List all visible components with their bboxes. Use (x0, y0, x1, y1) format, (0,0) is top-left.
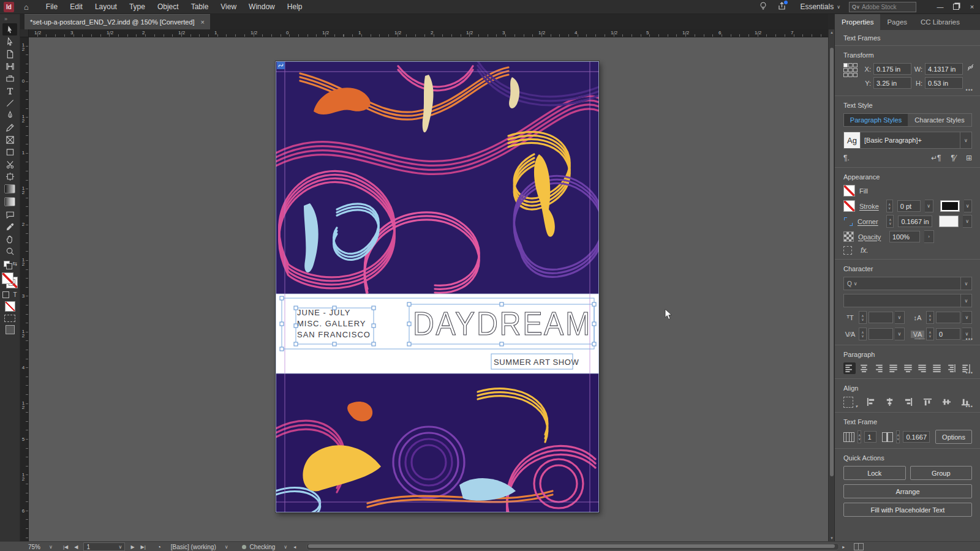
zoom-level-dropdown[interactable]: 75% ∨ (28, 544, 60, 550)
align-right-button[interactable] (873, 362, 885, 374)
chevron-down-icon[interactable]: ∨ (925, 200, 933, 212)
align-left-button[interactable] (843, 362, 856, 374)
paragraph-styles-tab[interactable]: Paragraph Styles (844, 114, 908, 126)
formatting-affects-text-icon[interactable]: T (13, 291, 17, 298)
menu-item[interactable]: Window (243, 2, 281, 11)
swap-fill-stroke-icon[interactable]: ⇆ (12, 261, 17, 267)
more-options-icon[interactable]: ••• (966, 370, 973, 376)
justify-center-button[interactable] (902, 362, 914, 374)
text-dates[interactable]: JUNE - JULY (297, 308, 350, 317)
font-size-field[interactable] (869, 312, 893, 323)
direct-selection-tool[interactable] (2, 36, 17, 48)
formatting-affects-container-icon[interactable] (2, 291, 9, 298)
clear-overrides-icon[interactable]: ¶⁄ (951, 154, 956, 162)
chevron-down-icon[interactable]: ∨ (960, 132, 971, 148)
text-city[interactable]: SAN FRANCISCO (297, 330, 371, 339)
paragraph-style-dropdown[interactable]: Ag [Basic Paragraph]+ ∨ (843, 132, 972, 149)
align-toward-spine-button[interactable] (945, 362, 957, 374)
align-objects-top-button[interactable] (921, 396, 934, 408)
menu-item[interactable]: Type (123, 2, 151, 11)
apply-none-swatch[interactable] (5, 301, 15, 312)
character-styles-tab[interactable]: Character Styles (908, 114, 971, 126)
text-gallery[interactable]: MISC. GALLERY (297, 319, 366, 328)
menu-item[interactable]: View (214, 2, 243, 11)
eyedropper-tool[interactable] (2, 220, 17, 233)
menu-item[interactable]: Edit (64, 2, 89, 11)
stroke-weight-stepper[interactable]: ∧∨ (886, 200, 893, 212)
opacity-field[interactable]: 100% (889, 231, 920, 242)
columns-stepper[interactable]: ∧∨ (858, 430, 861, 443)
minimize-button[interactable]: — (932, 0, 948, 13)
align-to-selector[interactable] (843, 397, 853, 408)
stroke-weight-field[interactable]: 0 pt (897, 200, 921, 212)
link-badge-icon[interactable] (277, 62, 285, 69)
h-field[interactable]: 0.53 in (925, 77, 963, 89)
more-options-icon[interactable]: ••• (966, 87, 973, 93)
scrollbar-thumb[interactable] (830, 48, 834, 476)
preflight-icon[interactable]: ◔ (157, 544, 161, 550)
horizontal-ruler[interactable]: 1/231/221/211/201/211/221/231/241/251/26… (28, 29, 828, 37)
scroll-up-icon[interactable]: ▴ (829, 30, 834, 35)
restore-button[interactable] (948, 0, 964, 13)
menu-item[interactable]: Object (151, 2, 185, 11)
panel-expand-icon[interactable]: » (0, 13, 20, 23)
note-tool[interactable] (2, 208, 17, 220)
show-hidden-characters-icon[interactable]: ¶. (843, 154, 850, 162)
vertical-ruler[interactable]: 1 201 211 221 231 241 251 26 (20, 37, 29, 541)
gradient-feather-tool[interactable] (4, 197, 15, 206)
tab-properties[interactable]: Properties (835, 13, 880, 30)
pasteboard[interactable]: .r{fill:none;stroke-linecap:round;stroke… (28, 37, 828, 541)
tracking-control[interactable]: V͟A͟ ∧∨ 0 ∨ (911, 328, 972, 340)
tab-close-icon[interactable]: × (201, 18, 205, 26)
fill-swatch[interactable] (2, 272, 13, 284)
gutter-stepper[interactable]: ∧∨ (896, 430, 900, 443)
new-style-icon[interactable]: ⊞ (966, 154, 972, 162)
redefine-style-icon[interactable]: ↵¶ (931, 154, 941, 162)
chevron-down-icon[interactable]: ∨ (962, 311, 972, 324)
preflight-status-dropdown[interactable]: Checking ∨ (250, 544, 288, 550)
scissors-tool[interactable] (2, 158, 17, 170)
zoom-tool[interactable] (2, 245, 17, 257)
text-subtitle[interactable]: SUMMER ART SHOW (494, 358, 579, 367)
ruler-origin-corner[interactable] (20, 29, 29, 37)
stock-search-input[interactable]: Q ∨ Adobe Stock (849, 2, 916, 12)
pencil-tool[interactable] (2, 121, 17, 133)
next-page-button[interactable]: ▶ (130, 544, 134, 550)
tracking-field[interactable]: 0 (936, 328, 960, 340)
mini-fill-stroke[interactable]: ⇆ (2, 261, 17, 269)
corner-shape-swatch[interactable] (939, 216, 959, 227)
rectangle-frame-tool[interactable] (2, 133, 17, 146)
close-button[interactable]: × (964, 0, 980, 13)
share-icon[interactable] (778, 2, 786, 12)
corner-link[interactable]: Corner (858, 218, 882, 225)
document-page[interactable]: .r{fill:none;stroke-linecap:round;stroke… (276, 61, 599, 512)
apply-gradient-icon[interactable] (4, 315, 15, 322)
preflight-profile-dropdown[interactable]: [Basic] (working) ∨ (171, 544, 228, 550)
x-field[interactable]: 0.175 in (873, 63, 911, 75)
selection-tool[interactable] (2, 23, 17, 36)
hand-tool[interactable] (2, 233, 17, 245)
gutter-field[interactable]: 0.1667 (903, 431, 930, 443)
illustration-top[interactable] (276, 61, 599, 296)
type-tool[interactable] (2, 84, 17, 97)
illustration-bottom[interactable] (276, 373, 599, 512)
chevron-down-icon[interactable]: ∨ (895, 311, 905, 324)
justify-left-button[interactable] (887, 362, 899, 374)
text-daydream-title[interactable]: DAYDREAM (413, 305, 592, 342)
more-options-icon[interactable]: ••• (966, 336, 973, 342)
pen-tool[interactable] (2, 109, 17, 121)
scroll-right-icon[interactable]: ▸ (842, 544, 845, 550)
menu-item[interactable]: Table (185, 2, 215, 11)
justify-all-button[interactable] (931, 362, 943, 374)
fill-color-swatch[interactable] (843, 185, 855, 197)
w-field[interactable]: 4.1317 in (925, 63, 963, 75)
lock-button[interactable]: Lock (843, 466, 906, 480)
page-number-field[interactable]: 1 ∨ (83, 542, 125, 551)
scrollbar-thumb[interactable] (308, 544, 835, 548)
page-tool[interactable] (2, 48, 17, 60)
stroke-link[interactable]: Stroke (859, 203, 882, 210)
constrain-proportions-icon[interactable] (967, 63, 974, 73)
document-tab[interactable]: *set-up-a-postcard_END_V2.indd @ 150% [C… (24, 14, 210, 29)
stroke-style-swatch[interactable] (940, 200, 960, 212)
more-options-icon[interactable]: ••• (966, 403, 973, 410)
